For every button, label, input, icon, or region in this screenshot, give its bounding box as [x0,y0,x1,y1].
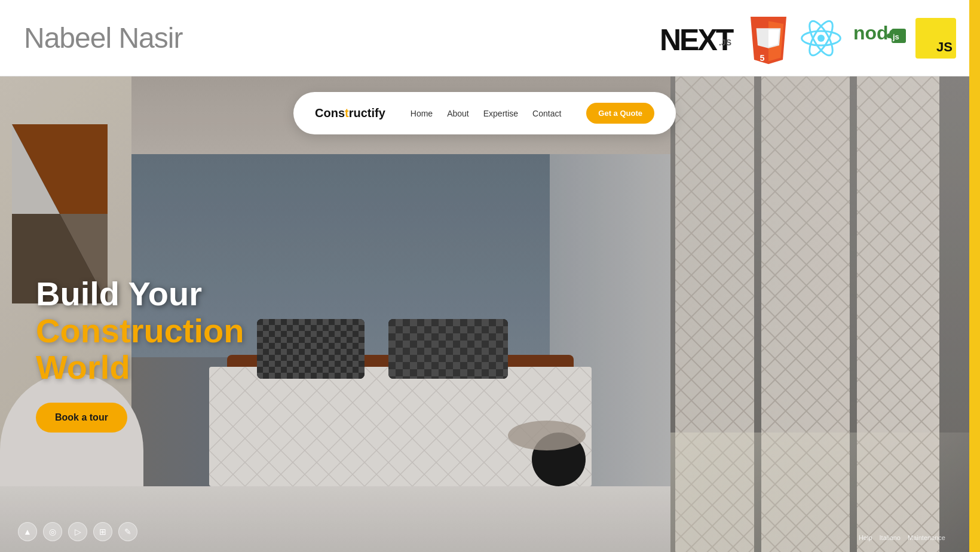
nav-links: Home About Expertise Contact [411,109,562,118]
bottom-toolbar: ▲ ◎ ▷ ⊞ ✎ [18,522,137,541]
navbar: Constructify Home About Expertise Contac… [293,92,676,134]
book-tour-button[interactable]: Book a tour [36,403,127,433]
label-italiano: Italiano [880,534,901,541]
pillow-right [388,319,508,379]
nav-contact[interactable]: Contact [532,109,561,118]
nav-about[interactable]: About [447,109,469,118]
yellow-stripe [969,0,980,552]
html5-icon: 5 [747,17,790,60]
svg-text:js: js [892,32,899,41]
svg-rect-24 [257,319,365,379]
svg-rect-34 [939,76,969,552]
svg-rect-30 [670,76,969,552]
nodejs-icon: node js [852,17,906,60]
nextjs-icon: NEXT .JS [660,20,737,56]
toolbar-btn-edit[interactable]: ✎ [118,522,137,541]
svg-rect-31 [670,76,675,552]
hero-title-line2: Construction [36,312,244,349]
svg-rect-32 [754,76,761,552]
svg-marker-5 [768,29,779,47]
author-first: Nabeel [24,22,111,54]
bed-tray [508,421,586,450]
bottom-right-labels: Help Italiano Maintenance [859,534,945,541]
toolbar-btn-grid[interactable]: ⊞ [93,522,112,541]
main-preview-area: Constructify Home About Expertise Contac… [0,76,969,552]
svg-point-7 [817,35,825,42]
author-logo: Nabeel Nasir [24,22,182,54]
nav-logo: Constructify [315,106,385,120]
nav-expertise[interactable]: Expertise [483,109,518,118]
nav-home[interactable]: Home [411,109,433,118]
get-quote-button[interactable]: Get a Quote [586,103,654,124]
javascript-icon: JS [915,18,956,59]
label-help: Help [859,534,872,541]
toolbar-btn-play[interactable]: ▷ [68,522,87,541]
pillow-left [257,319,365,379]
js-label: JS [936,39,953,55]
hero-title-line3: World [36,349,244,386]
label-maintenance: Maintenance [908,534,945,541]
window-area [670,76,969,552]
toolbar-btn-up[interactable]: ▲ [18,522,37,541]
svg-rect-33 [850,76,857,552]
tech-icons-bar: NEXT .JS 5 [660,17,956,60]
react-icon [800,17,843,60]
author-last: Nasir [118,22,182,54]
top-header: Nabeel Nasir NEXT .JS 5 [0,0,980,76]
svg-rect-29 [388,319,508,379]
hero-title-line1: Build Your [36,275,244,312]
hero-text-block: Build Your Construction World Book a tou… [36,275,244,433]
svg-point-12 [887,33,892,38]
svg-text:5: 5 [760,53,765,63]
svg-text:.JS: .JS [719,38,731,47]
toolbar-btn-circle[interactable]: ◎ [43,522,62,541]
